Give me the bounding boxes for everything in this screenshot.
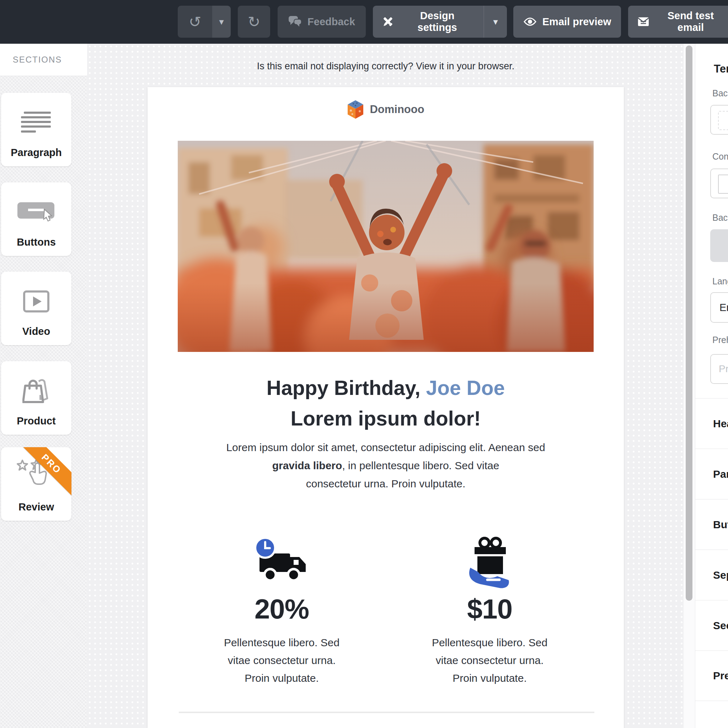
feature-discount[interactable]: 20% Pellentesque libero. Sed vitae conse… <box>178 530 386 693</box>
email-preview-label: Email preview <box>543 16 611 28</box>
sidebar-item-video[interactable]: Video <box>1 272 72 345</box>
video-play-icon <box>1 281 72 321</box>
email-heading[interactable]: Happy Birthday, Joe Doe Lorem ipsum dolo… <box>147 373 624 434</box>
heading-prefix: Happy Birthday, <box>267 376 426 399</box>
language-selected-value: En <box>719 302 728 314</box>
email-document: Dominooo <box>147 87 624 728</box>
settings-inspector: Tem Back Cont Back Lang En Preh Hea Par … <box>695 44 728 728</box>
color-swatch <box>718 174 728 194</box>
inspector-section-button[interactable]: But <box>695 499 728 549</box>
design-settings-label: Design settings <box>399 10 475 34</box>
inspector-section-preview[interactable]: Pre <box>695 650 728 701</box>
inspector-title: Tem <box>714 62 728 76</box>
email-preview-button[interactable]: Email preview <box>513 6 621 38</box>
feature-value: $10 <box>386 595 593 623</box>
hero-image[interactable] <box>178 141 593 352</box>
eye-icon <box>523 17 537 27</box>
canvas-scrollbar-thumb[interactable] <box>686 46 693 601</box>
brand-logo-block[interactable]: Dominooo <box>147 99 624 119</box>
background-color-picker[interactable] <box>710 105 728 135</box>
feature-description: Pellentesque libero. Sed vitae consectet… <box>422 634 557 687</box>
undo-history-dropdown-button[interactable]: ▾ <box>212 6 231 38</box>
chat-bubbles-icon <box>288 16 302 28</box>
sidebar-item-label: Review <box>1 500 72 514</box>
heading-recipient-name: Joe Doe <box>426 376 505 399</box>
sidebar-item-label: Paragraph <box>1 145 72 160</box>
heading-line2: Lorem ipsum dolor! <box>291 407 480 430</box>
send-test-email-button[interactable]: Send test email <box>628 6 728 38</box>
feature-description: Pellentesque libero. Sed vitae consectet… <box>214 634 349 687</box>
design-settings-dropdown-button[interactable]: ▾ <box>483 6 507 38</box>
sidebar-item-label: Product <box>1 414 72 428</box>
sections-sidebar: SECTIONS Paragraph <box>0 44 87 728</box>
design-settings-button[interactable]: Design settings <box>373 6 483 38</box>
top-toolbar: ↺ ▾ ↻ Feedback Design settings ▾ <box>0 0 728 44</box>
paragraph-icon <box>1 103 72 142</box>
email-body-paragraph[interactable]: Lorem ipsum dolor sit amet, consectetur … <box>203 438 569 492</box>
delivery-truck-clock-icon <box>178 530 386 592</box>
sidebar-item-product[interactable]: Product <box>1 361 72 435</box>
body-line3: consectetur urna. Proin vulputate. <box>306 478 466 489</box>
preheader-label: Preh <box>712 335 728 344</box>
view-in-browser-notice[interactable]: Is this email not displaying correctly? … <box>147 60 624 73</box>
email-canvas: Is this email not displaying correctly? … <box>87 44 684 728</box>
sidebar-item-paragraph[interactable]: Paragraph <box>1 93 72 166</box>
canvas-scrollbar-track <box>684 44 695 728</box>
feedback-label: Feedback <box>307 16 355 28</box>
content-color-label: Cont <box>712 152 728 161</box>
preheader-input[interactable] <box>710 354 728 384</box>
sidebar-item-label: Buttons <box>1 235 72 249</box>
feedback-button[interactable]: Feedback <box>278 6 366 38</box>
inspector-section-header[interactable]: Hea <box>695 398 728 449</box>
inspector-section-paragraph[interactable]: Par <box>695 449 728 499</box>
sidebar-item-buttons[interactable]: Buttons <box>1 182 72 256</box>
redo-icon: ↻ <box>248 13 260 31</box>
dominooo-cube-icon <box>347 100 364 119</box>
chevron-down-icon: ▾ <box>219 17 223 26</box>
sidebar-item-label: Video <box>1 324 72 338</box>
feature-gift[interactable]: $10 Pellentesque libero. Sed vitae conse… <box>386 530 593 693</box>
inspector-section-separator[interactable]: Sep <box>695 549 728 600</box>
inspector-section-section[interactable]: Sec <box>695 600 728 650</box>
design-tools-icon <box>381 15 394 28</box>
send-email-icon <box>637 16 650 27</box>
color-swatch <box>718 111 728 130</box>
body-line1: Lorem ipsum dolor sit amet, consectetur … <box>226 442 545 453</box>
sections-title: SECTIONS <box>0 44 75 76</box>
body-line2-bold: gravida libero <box>272 460 342 471</box>
undo-icon: ↺ <box>189 13 201 31</box>
shopping-bag-icon <box>1 371 72 411</box>
redo-button[interactable]: ↻ <box>238 6 270 38</box>
section-separator[interactable] <box>179 712 594 713</box>
inspector-section-list: Hea Par But Sep Sec Pre <box>695 398 728 701</box>
sections-header: SECTIONS <box>0 44 87 76</box>
feature-value: 20% <box>178 595 386 623</box>
sidebar-item-review[interactable]: Review PRO <box>1 447 72 521</box>
content-color-picker[interactable] <box>710 168 728 198</box>
background-image-label: Back <box>712 213 728 222</box>
send-test-email-label: Send test email <box>655 10 726 34</box>
background-color-label: Back <box>712 89 728 98</box>
brand-name: Dominooo <box>370 103 424 116</box>
language-select[interactable]: En <box>710 292 728 323</box>
language-label: Lang <box>712 277 728 286</box>
body-line2-rest: , in pellentesque libero. Sed vitae <box>342 460 499 471</box>
background-swatch[interactable] <box>710 229 728 262</box>
features-row: 20% Pellentesque libero. Sed vitae conse… <box>178 530 593 693</box>
buttons-icon <box>1 192 72 232</box>
gift-in-hand-icon <box>386 530 593 592</box>
chevron-down-icon: ▾ <box>493 17 498 26</box>
undo-button[interactable]: ↺ <box>178 6 212 38</box>
